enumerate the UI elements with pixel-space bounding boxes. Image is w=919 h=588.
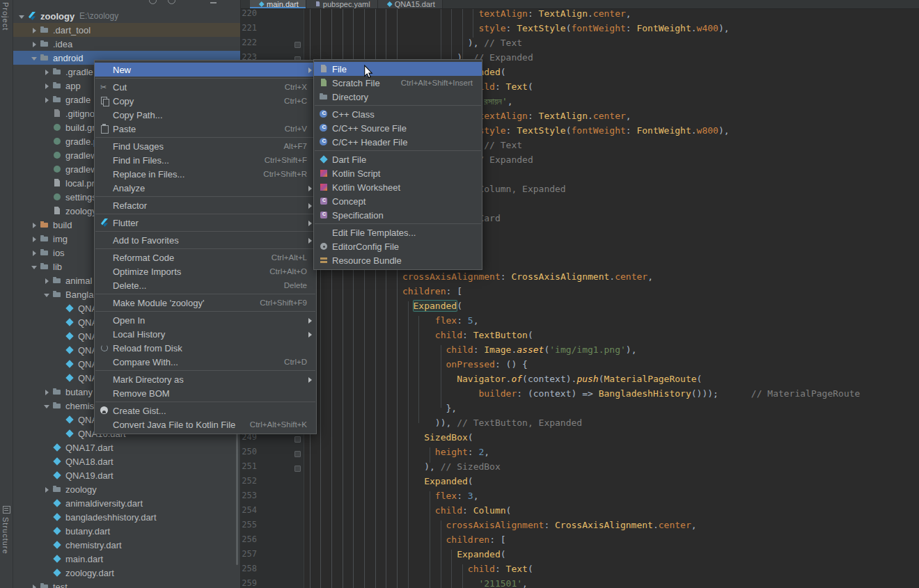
menu-item-new[interactable]: New [95,63,316,77]
tree-item-zoology-dart[interactable]: zoology.dart [13,566,240,580]
menu-item-editorconfig-file[interactable]: EditorConfig File [314,239,482,253]
menu-item-directory[interactable]: Directory [314,90,482,104]
code-line-258[interactable]: 258 child: Text( [240,564,919,578]
tab-main-dart[interactable]: main.dart [250,0,306,8]
code-line-244[interactable]: 244 onPressed: () { [240,359,919,374]
code-line-250[interactable]: 250 height: 2, [240,447,919,461]
menu-item-refactor[interactable]: Refactor [95,198,316,212]
menu-item-concept[interactable]: Concept [314,194,482,208]
code-line-248[interactable]: 248 )), // TextButton, Expanded [240,418,919,432]
code-line-222[interactable]: 222 ), // Text [240,38,919,52]
chevron-right-icon[interactable] [29,248,40,258]
menu-item-dart-file[interactable]: Dart File [314,152,482,166]
tree-item-main-dart[interactable]: main.dart [13,552,240,566]
tree-item-animaldiversity-dart[interactable]: animaldiversity.dart [13,496,240,510]
tree-item-qna17-dart[interactable]: QNA17.dart [13,440,240,454]
hide-panel-icon[interactable] [210,2,217,3]
menu-item-copy-path[interactable]: Copy Path... [95,108,316,122]
tab-qna15-dart[interactable]: QNA15.dart [378,0,443,8]
menu-item-c-class[interactable]: C++ Class [314,107,482,121]
menu-item-optimize-imports[interactable]: Optimize ImportsCtrl+Alt+O [95,264,316,278]
tree-item-test[interactable]: test [13,580,240,588]
menu-item-paste[interactable]: PasteCtrl+V [95,122,316,136]
menu-item-add-to-favorites[interactable]: Add to Favorites [95,233,316,247]
menu-item-edit-file-templates[interactable]: Edit File Templates... [314,225,482,239]
code-line-240[interactable]: 240 Expanded( [240,301,919,315]
menu-item-kotlin-worksheet[interactable]: Kotlin Worksheet [314,180,482,194]
chevron-down-icon[interactable] [29,262,40,272]
chevron-down-icon[interactable] [42,289,52,300]
code-line-247[interactable]: 247 }, [240,403,919,418]
code-line-242[interactable]: 242 child: TextButton( [240,330,919,344]
tree-item-butany-dart[interactable]: butany.dart [13,524,240,538]
project-tool-button[interactable]: Project [1,2,10,31]
menu-item-c-c-header-file[interactable]: C/C++ Header File [314,135,482,149]
menu-item-find-in-files[interactable]: Find in Files...Ctrl+Shift+F [95,153,316,167]
chevron-down-icon[interactable] [29,53,40,63]
chevron-down-icon[interactable] [17,11,27,22]
code-line-256[interactable]: 256 children: [ [240,534,919,549]
tree-item-qna19-dart[interactable]: QNA19.dart [13,468,240,482]
chevron-down-icon[interactable] [42,401,52,411]
chevron-right-icon[interactable] [29,234,40,244]
menu-item-reformat-code[interactable]: Reformat CodeCtrl+Alt+L [95,251,316,264]
tree-item-qna18-dart[interactable]: QNA18.dart [13,454,240,468]
chevron-right-icon[interactable] [42,95,52,105]
chevron-right-icon[interactable] [42,484,52,495]
code-line-251[interactable]: 251 ), // SizedBox [240,461,919,476]
code-line-246[interactable]: 246 builder: (context) => BangladeshHist… [240,388,919,403]
menu-item-kotlin-script[interactable]: Kotlin Script [314,166,482,180]
menu-item-resource-bundle[interactable]: Resource Bundle [314,253,482,267]
fold-marker-icon[interactable] [294,42,301,48]
chevron-right-icon[interactable] [29,25,40,35]
structure-tool-button[interactable]: Structure [1,517,10,555]
tree-item-zoology[interactable]: zoology [13,482,240,496]
tree-item-zoology[interactable]: zoologyE:\zoology [13,9,240,23]
menu-item-specification[interactable]: Specification [314,208,482,222]
menu-item-cut[interactable]: CutCtrl+X [95,80,316,94]
fold-marker-icon[interactable] [294,451,301,457]
menu-item-scratch-file[interactable]: Scratch FileCtrl+Alt+Shift+Insert [314,76,482,90]
tree-item-bangladeshhistory-dart[interactable]: bangladeshhistory.dart [13,510,240,524]
chevron-right-icon[interactable] [42,276,52,286]
code-line-255[interactable]: 255 crossAxisAlignment: CrossAxisAlignme… [240,520,919,534]
code-line-259[interactable]: 259 '211501', [240,578,919,588]
tab-pubspec-yaml[interactable]: pubspec.yaml [306,0,378,8]
code-line-221[interactable]: 221 style: TextStyle(fontWeight: FontWei… [240,23,919,38]
menu-item-mark-directory-as[interactable]: Mark Directory as [95,372,316,386]
menu-item-open-in[interactable]: Open In [95,313,316,327]
chevron-right-icon[interactable] [29,220,40,230]
code-line-243[interactable]: 243 child: Image.asset('img/img1.png'), [240,344,919,359]
chevron-right-icon[interactable] [29,582,40,588]
chevron-right-icon[interactable] [42,67,52,77]
tree-item-chemistry-dart[interactable]: chemistry.dart [13,538,240,552]
menu-item-reload-from-disk[interactable]: Reload from Disk [95,341,316,355]
chevron-right-icon[interactable] [42,81,52,91]
menu-item-replace-in-files[interactable]: Replace in Files...Ctrl+Shift+R [95,167,316,181]
code-line-254[interactable]: 254 child: Column( [240,505,919,520]
code-line-241[interactable]: 241 flex: 5, [240,315,919,330]
code-line-245[interactable]: 245 Navigator.of(context).push(MaterialP… [240,374,919,388]
menu-item-delete[interactable]: Delete...Delete [95,278,316,292]
fold-marker-icon[interactable] [294,436,301,443]
menu-item-find-usages[interactable]: Find UsagesAlt+F7 [95,139,316,153]
menu-item-file[interactable]: File [314,62,482,76]
menu-item-create-gist[interactable]: Create Gist... [95,404,316,418]
code-line-239[interactable]: 239 children: [ [240,286,919,301]
code-line-257[interactable]: 257 Expanded( [240,549,919,564]
fold-marker-icon[interactable] [294,466,301,472]
tree-item-idea[interactable]: .idea [13,37,240,51]
menu-item-remove-bom[interactable]: Remove BOM [95,386,316,400]
menu-item-flutter[interactable]: Flutter [95,216,316,230]
code-line-252[interactable]: 252 Expanded( [240,476,919,491]
code-line-253[interactable]: 253 flex: 3, [240,491,919,505]
code-line-220[interactable]: 220 textAlign: TextAlign.center, [240,8,919,23]
menu-item-local-history[interactable]: Local History [95,327,316,341]
locate-file-icon[interactable] [149,0,157,4]
chevron-right-icon[interactable] [42,387,52,397]
menu-item-convert-java-file-to-kotlin-file[interactable]: Convert Java File to Kotlin FileCtrl+Alt… [95,418,316,431]
menu-item-compare-with[interactable]: Compare With...Ctrl+D [95,355,316,369]
code-line-238[interactable]: 238 crossAxisAlignment: CrossAxisAlignme… [240,271,919,286]
menu-item-c-c-source-file[interactable]: C/C++ Source File [314,121,482,135]
menu-item-analyze[interactable]: Analyze [95,181,316,195]
